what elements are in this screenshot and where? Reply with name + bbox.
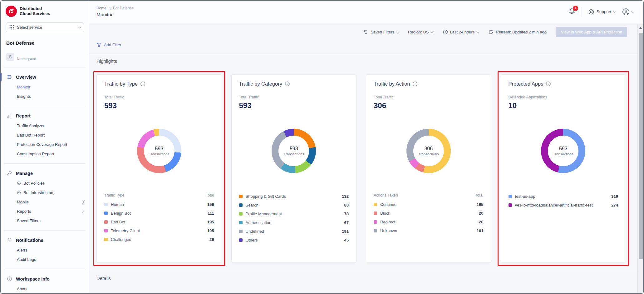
sidebar-item-monitor[interactable]: Monitor: [1, 82, 89, 92]
legend-swatch: [104, 220, 108, 224]
legend-item[interactable]: Telemetry Client105: [104, 226, 214, 235]
sidebar-item-alerts[interactable]: Alerts: [1, 245, 89, 255]
stat-label: Total Traffic: [104, 95, 214, 99]
sidebar-section-overview[interactable]: Overview: [1, 72, 89, 82]
legend-swatch: [104, 238, 108, 241]
nav-group-manage: ManageBot PoliciesBot InfrastructureMobi…: [1, 166, 89, 228]
sidebar-item-protection-coverage-report[interactable]: Protection Coverage Report: [1, 140, 89, 149]
traffic-by-action-card: Traffic by Action Total Traffic 306 306 …: [366, 74, 491, 263]
traffic-by-category-card: Traffic by Category Total Traffic 593 59…: [231, 74, 357, 263]
info-icon[interactable]: [285, 81, 290, 87]
add-filter-button[interactable]: Add Filter: [96, 42, 121, 47]
legend-label: Benign Bot: [111, 211, 204, 216]
donut-chart[interactable]: 593 Transactions: [137, 129, 181, 173]
legend-item[interactable]: Challenged26: [104, 235, 214, 244]
notifications-button[interactable]: 1: [568, 8, 575, 16]
legend-item[interactable]: Authentication67: [239, 218, 349, 227]
stat-label: Defended Applications: [509, 95, 618, 99]
info-icon[interactable]: [546, 81, 551, 87]
time-range-dropdown[interactable]: Last 24 hours: [443, 29, 479, 35]
refresh-button[interactable]: Refresh: Updated 2 min ago: [488, 29, 547, 35]
f5-logo-icon: f5: [6, 6, 17, 17]
chevron-right-icon: [108, 7, 111, 10]
grid-icon: [9, 25, 14, 30]
scrollbar-thumb[interactable]: [639, 33, 643, 259]
namespace-selector[interactable]: S Namespace: [1, 46, 89, 65]
support-menu[interactable]: Support: [588, 9, 616, 15]
sidebar-item-bad-bot-report[interactable]: Bad Bot Report: [1, 130, 89, 140]
sidebar-item-audit-logs[interactable]: Audit Logs: [1, 255, 89, 264]
legend-value: 67: [344, 220, 349, 225]
sidebar-item-traffic-analyzer[interactable]: Traffic Analyzer: [1, 121, 89, 130]
info-icon[interactable]: [140, 81, 145, 87]
sidebar-section-report[interactable]: Report: [1, 111, 89, 121]
sidebar-item-mobile[interactable]: Mobile: [1, 197, 89, 207]
saved-filters-dropdown[interactable]: Saved Filters: [363, 29, 399, 35]
legend-item[interactable]: Profile Management78: [239, 209, 349, 218]
region-dropdown[interactable]: Region: US: [408, 30, 433, 34]
support-icon: [588, 9, 594, 15]
legend-item[interactable]: Bad Bot195: [104, 217, 214, 226]
legend-value: 156: [207, 202, 214, 207]
legend-item[interactable]: Shopping & Gift Cards132: [239, 192, 349, 201]
legend-item[interactable]: Search80: [239, 201, 349, 209]
legend-item[interactable]: ves-io-http-loadbalancer-artificial-traf…: [509, 201, 618, 209]
legend-label: Challenged: [111, 237, 206, 242]
legend-item[interactable]: Undefined191: [239, 227, 349, 236]
legend-item[interactable]: Others45: [239, 236, 349, 244]
legend-item[interactable]: Human156: [104, 200, 214, 209]
service-selector[interactable]: Select service: [6, 22, 84, 32]
legend-value: 101: [477, 228, 484, 233]
chevron-right-icon: [81, 210, 84, 213]
stat-value: 593: [104, 101, 214, 110]
view-in-waap-button[interactable]: View in Web App & API Protection: [556, 27, 627, 37]
donut-chart[interactable]: 593 Transactions: [272, 129, 316, 173]
breadcrumb-home-link[interactable]: Home: [96, 6, 106, 10]
legend-item[interactable]: Redirect20: [374, 217, 484, 226]
legend-label: Search: [246, 203, 341, 207]
legend-item[interactable]: Benign Bot111: [104, 209, 214, 217]
legend-label: test-us-app: [515, 194, 608, 199]
legend-swatch: [104, 229, 108, 232]
legend-swatch: [509, 195, 512, 198]
card-title: Traffic by Category: [239, 81, 282, 87]
highlights-cards: Traffic by Type Total Traffic 593 593 Tr…: [89, 68, 643, 266]
card-title: Traffic by Type: [104, 81, 138, 87]
vertical-scrollbar[interactable]: [637, 24, 643, 293]
stat-label: Total Traffic: [239, 95, 349, 99]
legend-item[interactable]: Unknown101: [374, 226, 484, 235]
legend-item[interactable]: Block20: [374, 209, 484, 217]
legend-item[interactable]: Continue165: [374, 200, 484, 209]
scroll-up-icon[interactable]: [639, 27, 642, 29]
sidebar-section-workspace-info[interactable]: Workspace Info: [1, 274, 89, 284]
details-section-title: Details: [96, 276, 636, 281]
sidebar-item-saved-filters[interactable]: Saved Filters: [1, 216, 89, 225]
divider: [4, 269, 86, 269]
chevron-down-icon: [476, 30, 479, 33]
brand-logo: f5 Distributed Cloud Services: [1, 1, 89, 20]
sidebar-item-consumption-report[interactable]: Consumption Report: [1, 149, 89, 158]
sidebar-item-reports[interactable]: Reports: [1, 207, 89, 216]
card-title: Traffic by Action: [374, 81, 410, 87]
sidebar-section-manage[interactable]: Manage: [1, 168, 89, 178]
sidebar-item-about[interactable]: About: [1, 284, 89, 293]
legend-value: 26: [209, 237, 214, 242]
info-icon[interactable]: [412, 81, 418, 87]
legend-label: Undefined: [246, 229, 339, 234]
donut-chart[interactable]: 593 Transactions: [541, 129, 585, 173]
legend-swatch: [374, 220, 377, 224]
sidebar-item-insights[interactable]: Insights: [1, 92, 89, 101]
sidebar-item-bot-policies[interactable]: Bot Policies: [1, 178, 89, 188]
nav-group-report: ReportTraffic AnalyzerBad Bot ReportProt…: [1, 108, 89, 162]
account-menu[interactable]: [622, 8, 634, 16]
legend-label: Unknown: [380, 228, 474, 233]
donut-chart[interactable]: 306 Transactions: [406, 129, 451, 173]
stat-value: 306: [374, 101, 484, 110]
sidebar-item-bot-infrastructure[interactable]: Bot Infrastructure: [1, 188, 89, 197]
legend-swatch: [104, 212, 108, 215]
product-title: Bot Defense: [1, 32, 89, 46]
legend-swatch: [239, 230, 243, 233]
legend-item[interactable]: test-us-app319: [509, 192, 618, 201]
sidebar-section-notifications[interactable]: Notifications: [1, 235, 89, 245]
legend-swatch: [509, 203, 512, 207]
